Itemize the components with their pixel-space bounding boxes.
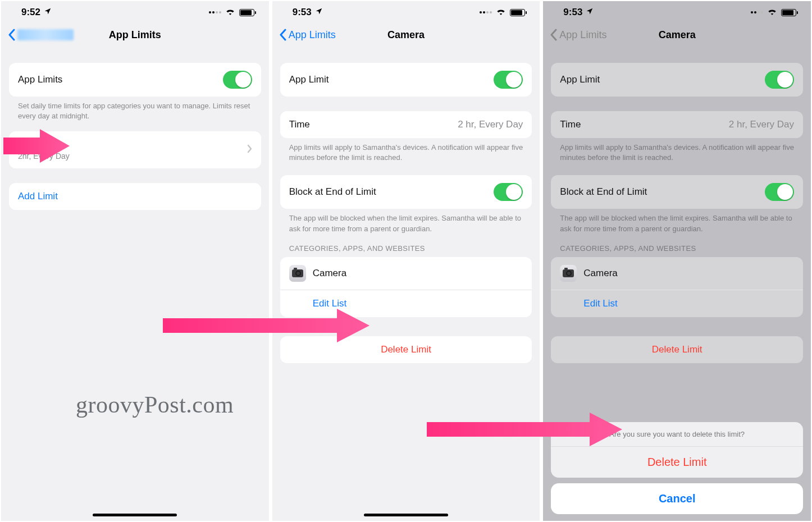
app-limit-label: App Limit	[289, 74, 329, 85]
watermark: groovyPost.com	[76, 391, 234, 418]
camera-icon	[560, 265, 577, 282]
time-description: App limits will apply to Samantha's devi…	[280, 138, 532, 163]
categories-cell: Camera Edit List	[551, 257, 803, 317]
nav-bar: App Limits Camera	[543, 22, 811, 47]
delete-limit-label: Delete Limit	[652, 344, 702, 355]
block-toggle	[765, 183, 794, 201]
block-description: The app will be blocked when the limit e…	[551, 209, 803, 233]
time-label: Time	[560, 119, 581, 130]
status-bar: 9:53	[543, 1, 811, 22]
app-limit-toggle-cell: App Limit	[280, 63, 532, 97]
nav-bar: App Limits Camera	[272, 22, 540, 47]
categories-header: CATEGORIES, APPS, AND WEBSITES	[551, 234, 803, 257]
delete-limit-label: Delete Limit	[381, 344, 431, 355]
block-cell: Block at End of Limit	[280, 175, 532, 209]
time-value: 2 hr, Every Day	[458, 119, 523, 130]
wifi-icon	[767, 7, 777, 18]
status-time: 9:53	[563, 7, 582, 18]
edit-list-label: Edit List	[583, 298, 617, 309]
cell-signal-icon	[209, 11, 221, 13]
home-indicator[interactable]	[364, 514, 448, 516]
block-toggle[interactable]	[494, 183, 523, 201]
battery-icon	[510, 9, 525, 16]
location-icon	[586, 7, 594, 18]
time-cell: Time 2 hr, Every Day	[551, 111, 803, 138]
status-bar: 9:53	[272, 1, 540, 22]
back-button[interactable]: App Limits	[279, 29, 336, 41]
back-button: App Limits	[550, 29, 606, 41]
chevron-right-icon	[247, 144, 252, 155]
delete-limit-cell: Delete Limit	[551, 336, 803, 363]
app-limits-description: Set daily time limits for app categories…	[9, 97, 261, 121]
action-sheet-cancel-button[interactable]: Cancel	[551, 483, 803, 514]
app-limit-toggle	[765, 71, 794, 89]
location-icon	[44, 7, 52, 18]
cell-signal-icon	[751, 11, 763, 13]
add-limit-label: Add Limit	[18, 191, 58, 202]
back-label: App Limits	[289, 29, 336, 41]
screen-app-limits: 9:52 App Limits App Limits	[1, 1, 269, 521]
category-item: Camera	[280, 257, 532, 290]
battery-icon	[781, 9, 796, 16]
edit-list-label: Edit List	[313, 298, 346, 309]
back-button[interactable]	[8, 29, 77, 41]
status-bar: 9:52	[1, 1, 269, 22]
time-label: Time	[289, 119, 310, 130]
delete-limit-cell[interactable]: Delete Limit	[280, 336, 532, 363]
app-limit-toggle-cell: App Limit	[551, 63, 803, 97]
category-item-label: Camera	[313, 268, 346, 279]
category-item: Camera	[551, 257, 803, 290]
block-description: The app will be blocked when the limit e…	[280, 209, 532, 233]
categories-header: CATEGORIES, APPS, AND WEBSITES	[280, 234, 532, 257]
time-value: 2 hr, Every Day	[729, 119, 794, 130]
screen-delete-confirm: 9:53 App Limits Camera App Limit	[543, 1, 811, 521]
category-item-label: Camera	[583, 268, 617, 279]
battery-icon	[239, 9, 254, 16]
limit-item-name: Camera	[18, 139, 70, 150]
app-limits-label: App Limits	[18, 74, 62, 85]
block-cell: Block at End of Limit	[551, 175, 803, 209]
add-limit-cell[interactable]: Add Limit	[9, 183, 261, 210]
wifi-icon	[496, 7, 506, 18]
back-label: App Limits	[559, 29, 606, 41]
edit-list-row: Edit List	[551, 290, 803, 317]
time-description: App limits will apply to Samantha's devi…	[551, 138, 803, 163]
app-limits-toggle-cell: App Limits	[9, 63, 261, 97]
action-sheet: Are you sure you want to delete this lim…	[551, 422, 803, 514]
action-sheet-delete-button[interactable]: Delete Limit	[551, 447, 803, 478]
camera-icon	[289, 265, 306, 282]
app-limit-label: App Limit	[560, 74, 600, 85]
wifi-icon	[225, 7, 235, 18]
back-label-redacted	[17, 29, 74, 40]
status-time: 9:52	[21, 7, 40, 18]
time-cell[interactable]: Time 2 hr, Every Day	[280, 111, 532, 138]
block-label: Block at End of Limit	[289, 186, 376, 198]
categories-cell: Camera Edit List	[280, 257, 532, 317]
screen-camera-limit: 9:53 App Limits Camera App Limit	[272, 1, 540, 521]
home-indicator[interactable]	[93, 514, 177, 516]
status-time: 9:53	[293, 7, 312, 18]
cell-signal-icon	[480, 11, 492, 13]
block-label: Block at End of Limit	[560, 186, 647, 198]
limit-item-cell[interactable]: Camera 2hr, Every Day	[9, 131, 261, 168]
location-icon	[315, 7, 323, 18]
limit-item-detail: 2hr, Every Day	[18, 152, 70, 161]
app-limits-toggle[interactable]	[223, 71, 252, 89]
action-sheet-message: Are you sure you want to delete this lim…	[551, 422, 803, 447]
app-limit-toggle[interactable]	[494, 71, 523, 89]
nav-bar: App Limits	[1, 22, 269, 47]
edit-list-row[interactable]: Edit List	[280, 290, 532, 317]
